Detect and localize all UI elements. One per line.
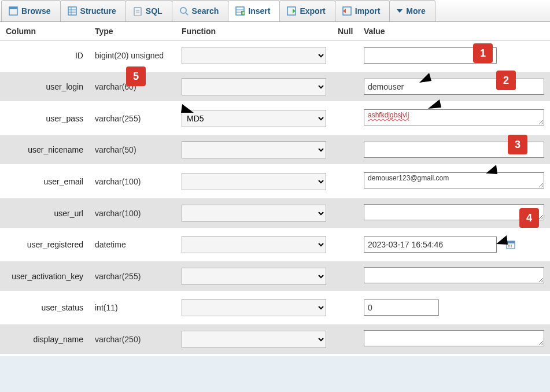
svg-rect-25 [508, 246, 510, 247]
tab-search[interactable]: Search [172, 0, 229, 21]
value-textarea-user-pass[interactable]: ashfkdjgbsjvlj [364, 109, 544, 125]
value-input-user-nicename[interactable] [364, 142, 544, 158]
col-name-id: ID [0, 41, 89, 72]
col-name-user-url: user_url [0, 197, 89, 229]
tab-search-label: Search [192, 6, 219, 16]
func-select-user-nicename[interactable] [182, 141, 326, 158]
col-name-display-name: display_name [0, 323, 89, 355]
col-name-user-registered: user_registered [0, 229, 89, 260]
row-user-activation-key: user_activation_key varchar(255) [0, 260, 550, 292]
value-textarea-user-email[interactable]: demouser123@gmail.com [364, 172, 544, 188]
row-user-nicename: user_nicename varchar(50) [0, 134, 550, 165]
func-select-user-pass[interactable]: MD5 [182, 110, 326, 127]
tab-browse[interactable]: Browse [1, 0, 61, 21]
export-icon [287, 6, 296, 16]
svg-rect-23 [508, 245, 510, 246]
col-type-user-registered: datetime [89, 229, 176, 260]
row-user-url: user_url varchar(100) [0, 197, 550, 229]
col-type-display-name: varchar(250) [89, 323, 176, 355]
col-name-user-nicename: user_nicename [0, 134, 89, 165]
svg-line-10 [186, 13, 188, 15]
th-column: Column [0, 22, 89, 41]
search-icon [179, 6, 189, 16]
col-type-user-url: varchar(100) [89, 197, 176, 229]
func-select-user-url[interactable] [182, 205, 326, 222]
tab-sql-label: SQL [146, 6, 163, 16]
func-select-user-registered[interactable] [182, 236, 326, 253]
col-type-user-nicename: varchar(50) [89, 134, 176, 165]
chevron-down-icon [397, 9, 403, 13]
row-user-login: user_login varchar(60) [0, 71, 550, 102]
tab-structure[interactable]: Structure [60, 0, 126, 21]
row-user-email: user_email varchar(100) demouser123@gmai… [0, 165, 550, 197]
tab-more[interactable]: More [389, 0, 435, 21]
th-null: Null [332, 22, 358, 41]
insert-table: Column Type Function Null Value ID bigin… [0, 22, 550, 356]
col-type-user-pass: varchar(255) [89, 102, 176, 134]
col-name-user-activation-key: user_activation_key [0, 260, 89, 292]
func-select-user-email[interactable] [182, 173, 326, 190]
structure-icon [68, 6, 77, 16]
import-icon [342, 6, 352, 16]
th-type: Type [89, 22, 176, 41]
value-textarea-user-activation-key[interactable] [364, 267, 544, 283]
col-name-user-status: user_status [0, 292, 89, 323]
col-type-user-activation-key: varchar(255) [89, 260, 176, 292]
tab-browse-label: Browse [21, 6, 51, 16]
tab-insert-label: Insert [248, 6, 270, 16]
row-user-status: user_status int(11) [0, 292, 550, 323]
value-input-id[interactable] [364, 47, 497, 64]
svg-point-9 [180, 8, 186, 13]
col-type-user-status: int(11) [89, 292, 176, 323]
svg-rect-22 [507, 241, 515, 243]
browse-icon [9, 6, 18, 16]
tab-insert[interactable]: Insert [228, 0, 280, 21]
svg-rect-26 [511, 246, 512, 247]
row-id: ID bigint(20) unsigned [0, 41, 550, 72]
tab-structure-label: Structure [80, 6, 116, 16]
row-user-registered: user_registered datetime [0, 229, 550, 260]
value-textarea-user-url[interactable] [364, 204, 544, 220]
insert-icon [235, 6, 245, 16]
tab-more-label: More [406, 6, 425, 16]
func-select-user-login[interactable] [182, 78, 326, 95]
svg-rect-24 [511, 245, 512, 246]
top-tabs: Browse Structure SQL Search Insert Expor… [0, 0, 550, 22]
svg-rect-1 [9, 7, 17, 9]
tab-export[interactable]: Export [279, 0, 335, 21]
col-name-user-pass: user_pass [0, 102, 89, 134]
row-user-pass: user_pass varchar(255) MD5 ashfkdjgbsjvl… [0, 102, 550, 134]
svg-rect-2 [68, 7, 76, 15]
value-input-user-login[interactable] [364, 79, 544, 95]
tab-import[interactable]: Import [335, 0, 390, 21]
func-select-user-activation-key[interactable] [182, 268, 326, 285]
value-input-user-registered[interactable] [364, 236, 497, 253]
col-type-user-login: varchar(60) [89, 71, 176, 102]
func-select-id[interactable] [182, 47, 326, 64]
calendar-icon[interactable] [506, 240, 515, 251]
tab-import-label: Import [355, 6, 381, 16]
col-name-user-email: user_email [0, 165, 89, 197]
tab-export-label: Export [300, 6, 325, 16]
th-value: Value [358, 22, 550, 41]
row-display-name: display_name varchar(250) [0, 323, 550, 355]
sql-icon [133, 6, 142, 16]
tab-sql[interactable]: SQL [125, 0, 172, 21]
func-select-user-status[interactable] [182, 299, 326, 316]
col-name-user-login: user_login [0, 71, 89, 102]
value-textarea-display-name[interactable] [364, 330, 544, 346]
value-input-user-status[interactable] [364, 299, 439, 316]
footer-strip [0, 356, 550, 392]
th-function: Function [176, 22, 332, 41]
func-select-display-name[interactable] [182, 331, 326, 348]
svg-rect-6 [134, 8, 141, 16]
col-type-id: bigint(20) unsigned [89, 41, 176, 72]
col-type-user-email: varchar(100) [89, 165, 176, 197]
